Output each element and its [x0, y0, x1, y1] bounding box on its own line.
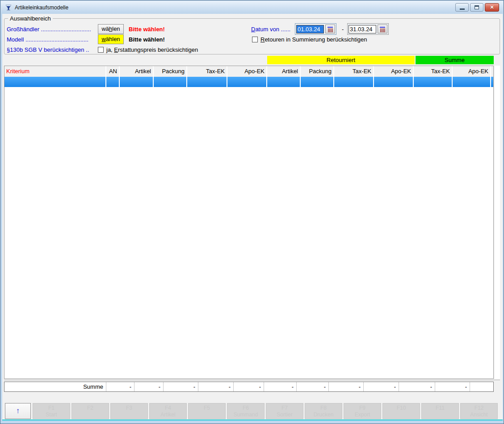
window-content: Auswahlbereich Großhändler .............… [2, 14, 503, 420]
sgb130b-option-label: ja, Erstattungspreis berücksichtigen [106, 46, 198, 53]
summary-cell: - [106, 382, 134, 391]
column-header-tax-ek-summe: Tax-EK [414, 66, 453, 77]
summary-cell: - [297, 382, 329, 391]
selected-row-cell [154, 77, 187, 87]
selected-row-cell [227, 77, 267, 87]
window-bottom-accent [2, 420, 503, 420]
date-to-input[interactable]: 31.03.24 [349, 25, 376, 33]
fkey-f1-button[interactable]: F1Start [33, 403, 70, 419]
column-header-kriterium: Kriterium [4, 66, 106, 77]
column-header-apo-ek: Apo-EK [227, 66, 267, 77]
selected-row-cell [453, 77, 491, 87]
selected-row-cell [4, 77, 106, 87]
calendar-icon [327, 26, 333, 32]
selected-row-cell [334, 77, 374, 87]
selected-row[interactable] [4, 77, 493, 87]
returns-checkbox[interactable] [252, 37, 258, 42]
wholesaler-label: Großhändler ............................… [7, 26, 91, 33]
selected-row-cell [267, 77, 301, 87]
column-header-apo-ek-retourniert: Apo-EK [374, 66, 414, 77]
column-header-tax-ek-retourniert: Tax-EK [334, 66, 374, 77]
summary-cell: - [435, 382, 470, 391]
fkey-f9-button[interactable]: F9Export [344, 403, 381, 419]
summary-cell: - [399, 382, 435, 391]
summary-cell: - [234, 382, 264, 391]
date-to-group: 31.03.24 [347, 23, 389, 35]
fkey-f6-button[interactable]: F6Summand [227, 403, 265, 419]
fkey-f7-button[interactable]: F7Sortier [266, 403, 303, 419]
groupbox-label: Auswahlbereich [8, 15, 53, 22]
date-from-group: 01.03.24 [295, 23, 336, 35]
close-icon: ✕ [490, 4, 494, 10]
selected-row-cell [374, 77, 414, 87]
summary-row: Summe - - - - - - - - - - - [4, 382, 494, 392]
close-button[interactable]: ✕ [485, 3, 499, 12]
column-header-an: AN [106, 66, 120, 77]
fkey-f12-button[interactable]: F12Ansicht [460, 403, 498, 419]
summary-cell: - [198, 382, 234, 391]
window-titlebar: Artikeleinkaufsmodelle ✕ [1, 1, 503, 14]
band-summe: Summe [416, 56, 494, 64]
pharmacy-flask-icon [5, 4, 12, 11]
selected-row-cell [106, 77, 120, 87]
column-header-artikel-retourniert: Artikel [267, 66, 301, 77]
back-button[interactable]: ↑ [5, 403, 31, 419]
column-header-artikel: Artikel [120, 66, 154, 77]
application-window: Artikeleinkaufsmodelle ✕ Auswahlbereich … [0, 0, 504, 424]
fkey-f8-button[interactable]: F8Drucken [305, 403, 342, 419]
selected-row-cell [187, 77, 227, 87]
summary-cell: - [329, 382, 364, 391]
band-retourniert: Retourniert [267, 56, 415, 64]
sgb130b-label: §130b SGB V berücksichtigen .. [7, 46, 89, 53]
fkey-f11-button[interactable]: F11 [421, 403, 459, 419]
fkey-f5-button[interactable]: F5 [188, 403, 226, 419]
summary-cell: - [164, 382, 198, 391]
selected-row-cell [120, 77, 154, 87]
selected-row-cell [301, 77, 334, 87]
minimize-button[interactable] [455, 3, 469, 12]
summary-separator [4, 380, 500, 381]
summary-cell: - [364, 382, 399, 391]
window-title: Artikeleinkaufsmodelle [15, 4, 68, 11]
date-from-label: Datum von ...... [251, 26, 290, 33]
column-header-packung: Packung [154, 66, 187, 77]
date-from-calendar-button[interactable] [325, 25, 335, 33]
summary-cell-filler [470, 382, 493, 391]
model-label: Modell .................................… [7, 36, 88, 43]
summary-cell: - [134, 382, 164, 391]
function-key-bar: F1Start F2 F3 F4Artikel F5 F6Summand F7S… [33, 403, 498, 419]
selected-row-cell [414, 77, 453, 87]
column-header-packung-retourniert: Packung [301, 66, 334, 77]
fkey-f4-button[interactable]: F4Artikel [149, 403, 187, 419]
date-to-calendar-button[interactable] [378, 25, 387, 33]
model-choose-button[interactable]: wählen [98, 34, 124, 44]
model-status: Bitte wählen! [129, 36, 165, 43]
table-header-row: Kriterium AN Artikel Packung Tax-EK Apo-… [4, 66, 493, 77]
fkey-f2-button[interactable]: F2 [71, 403, 109, 419]
fkey-f3-button[interactable]: F3 [110, 403, 148, 419]
column-header-tax-ek: Tax-EK [187, 66, 227, 77]
wholesaler-status: Bitte wählen! [129, 26, 165, 33]
calendar-icon [379, 26, 386, 32]
minimize-icon [460, 8, 465, 10]
date-from-input[interactable]: 01.03.24 [296, 25, 324, 33]
column-header-apo-ek-summe: Apo-EK [453, 66, 491, 77]
summary-label: Summe [4, 382, 106, 391]
table-right-margin [495, 66, 500, 379]
wholesaler-choose-button[interactable]: wählen [98, 24, 124, 34]
sgb130b-checkbox[interactable] [98, 47, 104, 53]
fkey-f10-button[interactable]: F10 [382, 403, 420, 419]
maximize-icon [475, 5, 479, 9]
up-arrow-icon: ↑ [16, 407, 20, 416]
results-table: Kriterium AN Artikel Packung Tax-EK Apo-… [4, 66, 494, 379]
maximize-button[interactable] [470, 3, 483, 12]
date-range-separator: - [342, 26, 344, 33]
returns-label: Retouren in Summierung berücksichtigen [260, 36, 367, 43]
summary-cell: - [264, 382, 297, 391]
